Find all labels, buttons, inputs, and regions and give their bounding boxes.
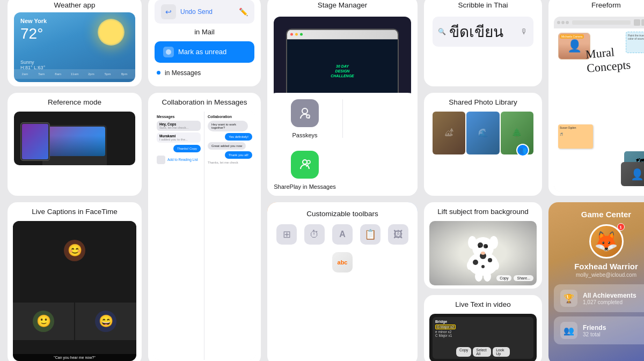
collab-conv-1: Hey, Cops Sure, let me check...	[157, 121, 201, 131]
scribble-search-bar[interactable]: 🔍 ขีดเขียน 🎙	[433, 17, 533, 47]
livetext-card: Live Text in video Bridge G Major x2 e m…	[424, 295, 542, 361]
gc-friends-text: Friends 32 total	[583, 324, 644, 337]
svg-point-22	[478, 246, 480, 248]
shared-photo-card: Shared Photo Library 🏕 🌊 🌲 👥	[424, 93, 542, 196]
livecaptions-card: Live Captions in FaceTime 😊 🙂 😄 "Can you…	[8, 202, 142, 361]
dalmatian-svg	[456, 224, 510, 283]
close-dot	[290, 33, 293, 36]
svg-point-1	[302, 108, 308, 114]
gc-avatar-wrapper: 🦊 1	[589, 224, 624, 259]
svg-point-20	[481, 265, 485, 268]
weather-preview: New York 72° Sunny H:81° L:63° 2am 5am 8…	[14, 12, 135, 82]
gc-email: molly_wiebe@icloud.com	[576, 272, 636, 278]
collab-left-pane: Messages Hey, Cops Sure, let me check...…	[153, 112, 204, 360]
ft-caption-bar: "Can you hear me now?"	[13, 354, 136, 361]
collaboration-title: Collaboration in Messages	[148, 93, 261, 109]
reference-mode-title: Reference mode	[8, 93, 142, 109]
microphone-icon: 🎙	[521, 27, 528, 36]
freeform-preview: 👤 Michaela Camera Mural Concepts Paint t…	[554, 17, 644, 192]
ft-participant-2: 😄	[75, 303, 136, 340]
svg-point-12	[484, 271, 491, 282]
friends-icon: 👥	[560, 322, 577, 339]
msg-bubble-blue: Thanks! Copy	[173, 145, 201, 152]
passkeys-divider	[342, 99, 343, 138]
photo-item-2: 🌊	[466, 112, 499, 154]
collab-messages-area: Messages Hey, Cops Sure, let me check...…	[153, 112, 255, 360]
lift-copy-button[interactable]: Copy	[496, 275, 511, 281]
collab-msg-2: Yes definitely!	[225, 133, 252, 141]
shared-photo-title: Shared Photo Library	[424, 93, 542, 109]
livetext-copy-button[interactable]: Copy	[456, 347, 471, 357]
shareplay-label: SharePlay in Messages	[274, 183, 336, 190]
toolbars-title: Customizable toolbars	[267, 202, 418, 221]
ref-ipad	[20, 122, 50, 161]
livetext-selectall-button[interactable]: Select All	[473, 347, 491, 357]
toolbar-image-icon: 🖼	[388, 224, 408, 245]
collab-action-row: Add to Reading List	[157, 156, 201, 164]
shareplay-section: SharePlay in Messages	[267, 144, 342, 196]
svg-point-0	[166, 49, 171, 55]
lift-subject-card: Lift subject from background	[424, 202, 542, 289]
passkeys-label: Passkeys	[292, 131, 317, 139]
tb-btn-2	[641, 19, 644, 26]
toolbars-card: Customizable toolbars ⊞ ⏱ A 📋 🖼 abc	[267, 202, 418, 361]
freeform-title: Freeform	[548, 0, 644, 12]
livetext-lookup-button[interactable]: Look Up	[493, 347, 510, 357]
undo-send-icon: ↩	[161, 4, 176, 19]
freeform-sticky-blue: Paint the truecolor of sound	[626, 32, 644, 53]
svg-point-9	[468, 236, 477, 249]
mark-unread-text: Mark as unread	[178, 48, 226, 56]
toolbar-icon-abc: abc	[332, 252, 353, 272]
photo-label: Michaela Camera	[560, 34, 584, 39]
reference-preview	[14, 112, 135, 165]
weather-card: Weather app New York 72° Sunny H:81° L:6…	[8, 0, 142, 86]
ft-person-main: 😊	[64, 240, 85, 261]
freeform-facetime-thumb: 👤	[621, 162, 644, 186]
features-grid: Weather app New York 72° Sunny H:81° L:6…	[0, 0, 644, 361]
achievements-icon: 🏆	[560, 290, 577, 307]
livecaptions-preview: 😊 🙂 😄 "Can you hear me now?"	[13, 221, 136, 361]
gc-friends-sub: 32 total	[583, 331, 644, 337]
ref-ipad-screen	[22, 124, 48, 159]
ft-person-2: 😄	[95, 311, 116, 332]
svg-point-13	[467, 261, 472, 270]
ft-person-1: 🙂	[33, 311, 54, 332]
toolbar-icon-copy: 📋	[360, 224, 380, 245]
freeform-canvas: 👤 Michaela Camera Mural Concepts Paint t…	[554, 28, 644, 192]
livetext-line-3: e minor x2	[435, 330, 531, 334]
weather-sun-icon	[98, 19, 125, 46]
stage-design-text: 30 DAYDESIGNCHALLENGE	[331, 63, 354, 78]
facetime-person: 👤	[621, 162, 644, 186]
undo-send-label: Undo Send	[180, 8, 213, 16]
weather-city: New York	[20, 18, 47, 24]
svg-point-23	[486, 246, 488, 248]
mail-compose-icon: ✏️	[239, 8, 248, 16]
gc-achievements-row[interactable]: 🏆 All Achievements 1,027 completed ›	[554, 284, 644, 312]
collab-conv-2: Murakami I added you to the...	[157, 132, 201, 143]
collaboration-preview: Messages Hey, Cops Sure, let me check...…	[153, 112, 255, 360]
max-dot	[300, 33, 303, 36]
lift-copy-share-buttons: Copy Share...	[496, 275, 533, 281]
mark-unread-button[interactable]: Mark as unread	[155, 41, 254, 63]
svg-point-14	[494, 261, 499, 270]
toolbar-icon-image: 🖼	[388, 224, 408, 245]
in-mail-label: in Mail	[155, 28, 254, 36]
weather-hourly-bar: 2am 5am 8am 11am 2pm 5pm 8pm	[14, 69, 135, 79]
gc-friends-row[interactable]: 👥 Friends 32 total ›	[554, 316, 644, 344]
lift-share-button[interactable]: Share...	[514, 275, 533, 281]
livetext-line-1: Bridge	[435, 320, 531, 323]
avatar-emoji: 🦊	[594, 230, 618, 253]
undo-send-row[interactable]: ↩ Undo Send ✏️	[155, 0, 254, 24]
freeform-card: Freeform 👤 Michaela Camera	[548, 0, 644, 196]
lift-subject-title: Lift subject from background	[424, 202, 542, 219]
collab-right-header: Collaboration	[208, 115, 252, 119]
svg-point-10	[489, 236, 498, 249]
svg-point-11	[475, 271, 482, 282]
collab-timestamp: Thanks, let me check	[208, 161, 252, 164]
svg-point-19	[488, 258, 492, 262]
toolbars-icons-area: ⊞ ⏱ A 📋 🖼 abc	[267, 221, 418, 277]
livetext-title: Live Text in video	[424, 295, 542, 312]
ref-person	[44, 127, 105, 156]
ref-laptop	[42, 125, 107, 165]
mark-unread-icon	[163, 47, 174, 57]
